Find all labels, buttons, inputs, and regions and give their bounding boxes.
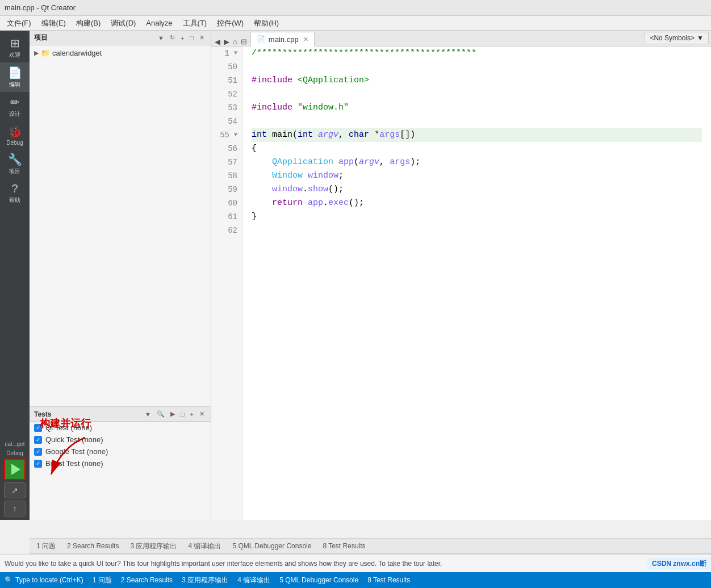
line-num-57: 57 [216,156,237,169]
sidebar-item-design[interactable]: ✏ 设计 [0,92,30,121]
project-tree: ▶ 📁 calendarwidget [30,45,211,406]
line-num-62: 62 [216,224,237,237]
grid-icon: ⊞ [10,36,20,50]
editor-tab-main[interactable]: 📄 main.cpp ✕ [250,32,315,47]
test-label-boost: Boost Test (none) [45,459,103,468]
tests-close-btn[interactable]: ✕ [198,410,206,418]
line-num-56: 56 [216,142,237,156]
menu-controls[interactable]: 控件(W) [212,17,248,30]
code-line-1: /***************************************… [252,47,702,60]
test-checkbox-quick[interactable]: ✓ [34,436,42,444]
menu-analyze[interactable]: Analyze [141,18,177,28]
status-app-output[interactable]: 3 应用程序输出 [182,576,228,585]
step-up-button[interactable]: ↑ [4,501,26,516]
message-text: Would you like to take a quick UI tour? … [5,560,442,568]
add-btn[interactable]: + [179,34,186,42]
step-icon: ↗ [11,486,18,495]
status-issues[interactable]: 1 问题 [93,576,112,585]
search-icon: 🔍 [5,576,13,584]
code-line-62 [252,224,702,237]
project-root[interactable]: ▶ 📁 calendarwidget [32,48,208,58]
tests-search-btn[interactable]: 🔍 [155,410,166,418]
status-compile[interactable]: 4 编译输出 [237,576,270,585]
tab-split-btn[interactable]: ⊟ [240,37,248,46]
debug-icon: 🐞 [8,125,22,138]
code-line-58: Window window; [252,169,702,183]
run-mode-label: Debug [6,450,23,456]
line-num-59: 59 [216,183,237,196]
line-num-51: 51 [216,74,237,87]
tab-forward-btn[interactable]: ▶ [223,37,231,46]
code-line-60: return app.exec(); [252,196,702,210]
sidebar-item-edit[interactable]: 📄 编辑 [0,62,30,92]
tests-filter-btn[interactable]: ▼ [143,410,153,418]
code-content[interactable]: /***************************************… [242,47,711,520]
menu-edit[interactable]: 编辑(E) [37,17,70,30]
menu-debug[interactable]: 调试(D) [106,17,140,30]
test-checkbox-qt[interactable]: ✓ [34,424,42,432]
sidebar-item-project[interactable]: 🔧 项目 [0,149,30,179]
bottom-tab-output[interactable]: 3 应用程序输出 [126,540,181,552]
code-line-54 [252,115,702,128]
run-button[interactable] [4,459,26,480]
test-item-google[interactable]: ✓ Google Test (none) [30,446,211,457]
test-checkbox-google[interactable]: ✓ [34,448,42,456]
code-line-56: { [252,142,702,156]
line-num-53: 53 [216,101,237,115]
bottom-tab-issues[interactable]: 1 问题 [32,540,60,552]
step-up-icon: ↑ [13,504,17,513]
code-editor[interactable]: 1 ▼ 50 51 52 53 54 55 ▼ 56 57 58 59 [211,47,711,520]
test-checkbox-boost[interactable]: ✓ [34,460,42,468]
sidebar-label-design: 设计 [9,110,20,118]
test-label-google: Google Test (none) [45,447,108,456]
no-symbols-selector[interactable]: <No Symbols> ▼ [645,32,709,44]
menu-build[interactable]: 构建(B) [72,17,105,30]
line-num-52: 52 [216,87,237,101]
tests-panel: Tests ▼ 🔍 ▶ □ + ✕ ✓ Qt Test (none) ✓ [30,406,211,520]
code-line-61: } [252,210,702,224]
sidebar-item-welcome[interactable]: ⊞ 欢迎 [0,33,30,62]
bottom-tab-search[interactable]: 2 Search Results [62,541,123,551]
project-name: calendarwidget [52,49,102,57]
title-text: main.cpp - Qt Creator [5,3,76,12]
test-item-quick[interactable]: ✓ Quick Test (none) [30,434,211,446]
tab-back-btn[interactable]: ◀ [214,37,221,46]
sidebar-label-project: 项目 [9,167,20,175]
locate-input[interactable]: 🔍 Type to locate (Ctrl+K) [5,576,83,584]
tab-close-btn[interactable]: ✕ [303,36,308,43]
sidebar-item-debug[interactable]: 🐞 Debug [0,121,30,149]
test-label-quick: Quick Test (none) [45,435,103,444]
float-btn[interactable]: □ [188,34,195,42]
menu-bar: 文件(F) 编辑(E) 构建(B) 调试(D) Analyze 工具(T) 控件… [0,16,711,31]
status-qml[interactable]: 5 QML Debugger Console [279,576,358,584]
menu-tools[interactable]: 工具(T) [178,17,212,30]
line-num-61: 61 [216,210,237,224]
menu-help[interactable]: 帮助(H) [249,17,283,30]
test-item-qt[interactable]: ✓ Qt Test (none) [30,422,211,434]
status-search[interactable]: 2 Search Results [121,576,173,584]
sync-btn[interactable]: ↻ [168,33,177,42]
no-symbols-text: <No Symbols> [650,34,695,42]
run-controls: cal...get Debug ↗ ↑ [0,438,30,520]
test-item-boost[interactable]: ✓ Boost Test (none) [30,457,211,469]
line-num-1: 1 ▼ [216,47,237,60]
tests-float-btn[interactable]: □ [179,410,186,418]
editor-tabs: ◀ ▶ ⌂ ⊟ 📄 main.cpp ✕ <No Symbols> ▼ [211,31,711,47]
tests-panel-title: Tests [34,410,51,418]
debug-label: Debug [6,450,23,456]
tests-add-btn[interactable]: + [189,410,195,418]
filter-btn[interactable]: ▼ [156,34,166,42]
menu-file[interactable]: 文件(F) [2,17,36,30]
bottom-tab-test-results[interactable]: 8 Test Results [318,541,370,551]
tab-home-btn[interactable]: ⌂ [232,37,239,46]
folder-icon: 📁 [41,49,50,57]
tests-run-btn[interactable]: ▶ [169,410,177,418]
close-panel-btn[interactable]: ✕ [198,33,206,42]
status-bar: 🔍 Type to locate (Ctrl+K) 1 问题 2 Search … [0,572,711,588]
bottom-tab-qml[interactable]: 5 QML Debugger Console [228,541,316,551]
bottom-tab-compile[interactable]: 4 编译输出 [183,540,225,552]
sidebar-item-help[interactable]: ? 帮助 [0,179,30,208]
code-line-53: #include "window.h" [252,101,702,115]
status-test[interactable]: 8 Test Results [367,576,410,584]
step-button[interactable]: ↗ [4,482,26,498]
